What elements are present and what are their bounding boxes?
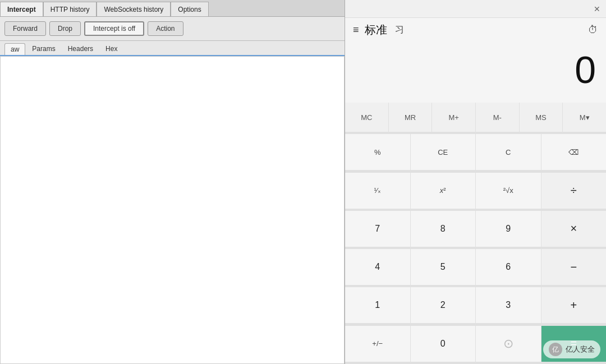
- btn-backspace[interactable]: ⌫: [541, 134, 607, 170]
- btn-6[interactable]: 6: [476, 249, 541, 285]
- btn-5[interactable]: 5: [411, 249, 476, 285]
- btn-MS[interactable]: MS: [520, 103, 563, 132]
- btn-square[interactable]: x²: [411, 173, 476, 209]
- btn-decimal[interactable]: ⊙: [476, 326, 541, 362]
- menu-icon[interactable]: ≡: [353, 24, 359, 36]
- row-4: 4 5 6 −: [345, 249, 606, 287]
- btn-MR[interactable]: MR: [389, 103, 432, 132]
- btn-7[interactable]: 7: [345, 211, 410, 247]
- btn-subtract[interactable]: −: [541, 249, 607, 285]
- calc-buttons: MC MR M+ M- MS M▾ % CE C ⌫ ¹∕ₓ x² ²√x ÷ …: [345, 103, 606, 364]
- close-icon[interactable]: ✕: [594, 4, 600, 13]
- calc-title: 标准: [365, 22, 387, 38]
- burp-toolbar: Forward Drop Intercept is off Action: [0, 17, 345, 41]
- btn-CE[interactable]: CE: [411, 134, 476, 170]
- btn-reciprocal[interactable]: ¹∕ₓ: [345, 173, 410, 209]
- btn-1[interactable]: 1: [345, 287, 410, 323]
- btn-negate[interactable]: +/−: [345, 326, 410, 362]
- btn-Mplus[interactable]: M+: [432, 103, 475, 132]
- calc-header: ≡ 标准 习 ⏱: [345, 18, 606, 42]
- intercept-off-button[interactable]: Intercept is off: [84, 21, 144, 36]
- subtab-params[interactable]: Params: [26, 43, 61, 55]
- tab-options[interactable]: Options: [171, 2, 208, 16]
- btn-multiply[interactable]: ×: [541, 211, 607, 247]
- burp-tab-bar: Intercept HTTP history WebSockets histor…: [0, 0, 345, 17]
- btn-divide[interactable]: ÷: [541, 173, 607, 209]
- tab-http-history[interactable]: HTTP history: [43, 2, 97, 16]
- btn-C[interactable]: C: [476, 134, 541, 170]
- scientific-mode-icon[interactable]: 习: [395, 24, 404, 36]
- memory-row: MC MR M+ M- MS M▾: [345, 103, 606, 134]
- calculator-panel: ✕ ≡ 标准 习 ⏱ 0 MC MR M+ M- MS M▾ % CE C ⌫ …: [345, 0, 606, 364]
- btn-4[interactable]: 4: [345, 249, 410, 285]
- row-1: % CE C ⌫: [345, 134, 606, 172]
- calc-display-number: 0: [575, 48, 595, 91]
- burp-subtab-bar: aw Params Headers Hex: [0, 41, 345, 56]
- row-5: 1 2 3 +: [345, 287, 606, 325]
- history-icon[interactable]: ⏱: [588, 24, 598, 36]
- btn-add[interactable]: +: [541, 287, 607, 323]
- btn-3[interactable]: 3: [476, 287, 541, 323]
- action-button[interactable]: Action: [148, 21, 183, 36]
- btn-sqrt[interactable]: ²√x: [476, 173, 541, 209]
- subtab-hex[interactable]: Hex: [100, 43, 123, 55]
- subtab-raw[interactable]: aw: [4, 43, 25, 55]
- burp-panel: Intercept HTTP history WebSockets histor…: [0, 0, 345, 364]
- btn-MC[interactable]: MC: [345, 103, 388, 132]
- forward-button[interactable]: Forward: [4, 21, 46, 36]
- btn-Mminus[interactable]: M-: [476, 103, 519, 132]
- btn-2[interactable]: 2: [411, 287, 476, 323]
- subtab-headers[interactable]: Headers: [62, 43, 99, 55]
- row-2: ¹∕ₓ x² ²√x ÷: [345, 173, 606, 211]
- tab-websockets-history[interactable]: WebSockets history: [97, 2, 171, 16]
- row-3: 7 8 9 ×: [345, 211, 606, 249]
- calc-titlebar: ✕: [345, 0, 606, 18]
- drop-button[interactable]: Drop: [49, 21, 81, 36]
- btn-9[interactable]: 9: [476, 211, 541, 247]
- btn-Mdown[interactable]: M▾: [563, 103, 606, 132]
- btn-equals[interactable]: =: [541, 326, 607, 362]
- calc-display: 0: [345, 42, 606, 103]
- row-6: +/− 0 ⊙ =: [345, 326, 606, 364]
- btn-0[interactable]: 0: [411, 326, 476, 362]
- burp-content-area: [0, 56, 345, 364]
- btn-8[interactable]: 8: [411, 211, 476, 247]
- btn-percent[interactable]: %: [345, 134, 410, 170]
- tab-intercept[interactable]: Intercept: [0, 2, 43, 16]
